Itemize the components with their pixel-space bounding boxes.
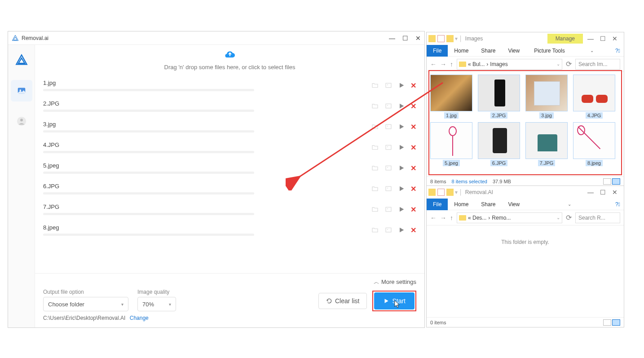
maximize-icon[interactable]: ☐ <box>600 35 606 42</box>
cursor-icon <box>393 300 401 309</box>
delete-icon[interactable]: ✕ <box>410 164 416 172</box>
back-icon[interactable]: ← <box>430 214 437 221</box>
more-settings-toggle[interactable]: ︿ More settings <box>43 278 416 286</box>
play-icon[interactable] <box>398 82 405 89</box>
sidebar-images[interactable] <box>11 80 32 102</box>
image-icon[interactable] <box>384 102 393 110</box>
refresh-icon[interactable]: ⟳ <box>566 213 572 222</box>
sidebar-logo[interactable] <box>11 49 32 71</box>
up-icon[interactable]: ↑ <box>450 61 453 68</box>
ribbon-collapse-icon[interactable]: ⌄ <box>590 48 594 53</box>
help-icon[interactable]: ?⃝ <box>615 48 620 54</box>
play-icon[interactable] <box>398 185 405 192</box>
image-icon[interactable] <box>384 144 393 151</box>
maximize-icon[interactable]: ☐ <box>402 35 408 42</box>
image-icon[interactable] <box>384 226 393 234</box>
image-icon[interactable] <box>384 185 393 192</box>
explorer-images: ▾ │ Images Manage — ☐ ✕ File Home Share … <box>426 32 624 186</box>
delete-icon[interactable]: ✕ <box>410 81 416 90</box>
ribbon-file[interactable]: File <box>427 45 448 57</box>
open-folder-icon[interactable] <box>371 82 379 89</box>
search-input[interactable]: Search Im... <box>575 59 620 70</box>
image-icon[interactable] <box>384 206 393 213</box>
image-icon[interactable] <box>384 123 393 130</box>
view-thumbnails-icon[interactable] <box>612 319 620 326</box>
play-icon[interactable] <box>398 102 405 110</box>
close-icon[interactable]: ✕ <box>612 35 618 42</box>
svg-rect-6 <box>386 104 391 108</box>
delete-icon[interactable]: ✕ <box>410 185 416 193</box>
image-icon[interactable] <box>384 82 393 89</box>
status-bar: 8 items 8 items selected 37.9 MB <box>427 176 624 186</box>
clear-list-button[interactable]: Clear list <box>318 293 367 309</box>
open-folder-icon[interactable] <box>371 226 379 234</box>
open-folder-icon[interactable] <box>371 185 379 192</box>
change-link[interactable]: Change <box>130 315 149 321</box>
minimize-icon[interactable]: — <box>389 35 395 42</box>
empty-message: This folder is empty. <box>429 228 621 256</box>
delete-icon[interactable]: ✕ <box>410 226 416 234</box>
status-bar: 0 items <box>427 317 624 327</box>
forward-icon[interactable]: → <box>440 214 446 221</box>
folder-icon <box>459 215 466 221</box>
svg-rect-16 <box>386 207 391 211</box>
open-folder-icon[interactable] <box>371 164 379 172</box>
upload-area[interactable]: Drag 'n' drop some files here, or click … <box>35 45 424 77</box>
play-icon[interactable] <box>398 144 405 151</box>
output-label: Output file option <box>43 289 128 295</box>
ribbon-picture-tools[interactable]: Picture Tools <box>528 45 571 57</box>
minimize-icon[interactable]: — <box>587 189 594 196</box>
output-folder-select[interactable]: Choose folder ▾ <box>43 297 128 311</box>
open-folder-icon[interactable] <box>371 144 379 151</box>
close-icon[interactable]: ✕ <box>415 35 421 42</box>
ribbon-home[interactable]: Home <box>448 199 475 210</box>
play-icon[interactable] <box>398 226 405 234</box>
output-path-row: C:\Users\Eric\Desktop\Removal.AI Change <box>43 315 416 321</box>
quality-select[interactable]: 70% ▾ <box>137 297 176 311</box>
search-input[interactable]: Search R... <box>575 212 620 223</box>
folder-icon <box>428 35 436 42</box>
breadcrumb-part[interactable]: Remo... <box>492 215 511 221</box>
view-details-icon[interactable] <box>603 319 611 326</box>
window-title: Images <box>465 35 483 42</box>
ribbon-view[interactable]: View <box>502 45 526 57</box>
file-row: 6.JPG ✕ <box>43 180 416 201</box>
sidebar-profile[interactable] <box>11 110 32 132</box>
ribbon-collapse-icon[interactable]: ⌄ <box>568 202 571 207</box>
view-thumbnails-icon[interactable] <box>612 178 620 185</box>
forward-icon[interactable]: → <box>440 61 446 68</box>
breadcrumb-part[interactable]: « Des... <box>468 215 486 221</box>
play-icon[interactable] <box>398 206 405 213</box>
breadcrumb-part[interactable]: Images <box>490 61 507 67</box>
view-details-icon[interactable] <box>603 178 611 185</box>
address-input[interactable]: « Des... › Remo... ⌄ <box>457 212 562 223</box>
open-folder-icon[interactable] <box>371 102 379 110</box>
svg-point-13 <box>387 167 388 168</box>
delete-icon[interactable]: ✕ <box>410 205 416 214</box>
close-icon[interactable]: ✕ <box>612 189 618 196</box>
manage-tab[interactable]: Manage <box>547 34 583 44</box>
delete-icon[interactable]: ✕ <box>410 123 416 131</box>
up-icon[interactable]: ↑ <box>450 214 453 221</box>
image-icon[interactable] <box>384 164 393 172</box>
open-folder-icon[interactable] <box>371 206 379 213</box>
open-folder-icon[interactable] <box>371 123 379 130</box>
delete-icon[interactable]: ✕ <box>410 102 416 110</box>
ribbon-file[interactable]: File <box>427 199 448 210</box>
play-icon[interactable] <box>398 123 405 130</box>
minimize-icon[interactable]: — <box>587 35 594 42</box>
play-icon[interactable] <box>398 164 405 172</box>
ribbon-share[interactable]: Share <box>475 45 502 57</box>
refresh-icon[interactable]: ⟳ <box>566 60 572 68</box>
address-input[interactable]: « Bul... › Images ⌄ <box>457 59 562 70</box>
ribbon-home[interactable]: Home <box>448 45 475 57</box>
back-icon[interactable]: ← <box>430 61 437 68</box>
help-icon[interactable]: ?⃝ <box>615 201 620 208</box>
delete-icon[interactable]: ✕ <box>410 143 416 152</box>
maximize-icon[interactable]: ☐ <box>600 189 606 196</box>
breadcrumb-part[interactable]: « Bul... <box>468 61 485 67</box>
ribbon-share[interactable]: Share <box>475 199 502 210</box>
file-list: 1.jpg ✕ 2.JPG ✕ 3.jpg ✕ <box>35 77 424 273</box>
ribbon-view[interactable]: View <box>502 199 526 210</box>
quality-label: Image quality <box>137 289 176 295</box>
